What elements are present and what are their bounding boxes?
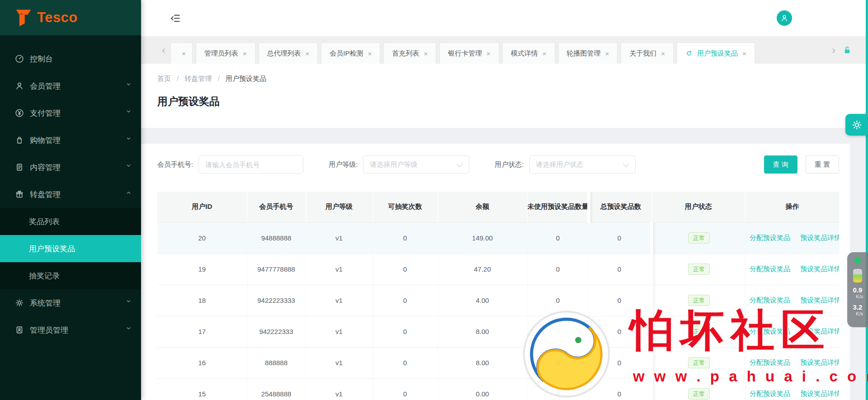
page-title: 用户预设奖品 bbox=[157, 94, 868, 108]
tab[interactable]: 关于我们 × bbox=[621, 43, 673, 64]
status-badge: 正常 bbox=[688, 232, 710, 244]
cell-actions: 分配预设奖品 预设奖品详情 bbox=[745, 347, 840, 378]
cell-actions: 分配预设奖品 预设奖品详情 bbox=[745, 222, 840, 254]
collapse-sidebar-icon[interactable] bbox=[170, 13, 181, 24]
network-monitor-widget[interactable]: 0.9 ↑ K/s 3.2 ↓ K/s bbox=[847, 252, 868, 327]
phone-input[interactable] bbox=[198, 155, 303, 174]
shop-icon bbox=[14, 135, 25, 146]
tab-label: 模式详情 bbox=[511, 49, 538, 58]
tab[interactable]: × bbox=[171, 43, 192, 64]
tabs-scroll-left-icon[interactable]: ‹ bbox=[162, 45, 165, 56]
close-icon[interactable]: × bbox=[542, 50, 547, 57]
close-icon[interactable]: × bbox=[661, 50, 665, 57]
status-badge: 正常 bbox=[688, 357, 710, 368]
tab[interactable]: 首充列表 × bbox=[384, 43, 436, 64]
cell-total: 0 bbox=[589, 316, 651, 347]
prize-detail-link[interactable]: 预设奖品详情 bbox=[800, 390, 839, 397]
cell-actions: 分配预设奖品 预设奖品详情 bbox=[745, 316, 840, 347]
sidebar-item[interactable]: 奖品列表 bbox=[0, 208, 141, 235]
tab-label: 银行卡管理 bbox=[448, 49, 482, 58]
user-status-select[interactable]: 请选择用户状态 bbox=[529, 155, 636, 174]
close-icon[interactable]: × bbox=[368, 50, 372, 57]
user-level-select[interactable]: 请选择用户等级 bbox=[363, 155, 469, 174]
settings-fab[interactable] bbox=[845, 114, 868, 136]
admin-icon bbox=[14, 325, 25, 335]
table-header-cell: 可抽奖次数 bbox=[373, 192, 438, 222]
prize-detail-link[interactable]: 预设奖品详情 bbox=[800, 234, 839, 241]
tab-label: 轮播图管理 bbox=[567, 49, 601, 58]
sidebar-item[interactable]: 系统管理 bbox=[0, 289, 141, 316]
status-badge: 正常 bbox=[688, 264, 710, 275]
brand-logo[interactable]: Tesco bbox=[0, 0, 141, 35]
sidebar-item[interactable]: 抽奖记录 bbox=[0, 262, 141, 289]
cell-total: 0 bbox=[589, 347, 651, 378]
cell-actions: 分配预设奖品 预设奖品详情 bbox=[745, 285, 840, 316]
chevron-icon bbox=[125, 298, 132, 305]
prize-detail-link[interactable]: 预设奖品详情 bbox=[800, 296, 839, 304]
cell-balance: 0.00 bbox=[438, 378, 527, 400]
sidebar-item[interactable]: 用户预设奖品 bbox=[0, 235, 141, 262]
assign-prize-link[interactable]: 分配预设奖品 bbox=[750, 265, 790, 273]
breadcrumb-home[interactable]: 首页 bbox=[157, 75, 171, 82]
prize-detail-link[interactable]: 预设奖品详情 bbox=[800, 358, 839, 366]
assign-prize-link[interactable]: 分配预设奖品 bbox=[750, 234, 790, 241]
tab[interactable]: 模式详情 × bbox=[503, 43, 555, 64]
assign-prize-link[interactable]: 分配预设奖品 bbox=[750, 296, 790, 304]
breadcrumb-current: 用户预设奖品 bbox=[226, 75, 266, 82]
tab[interactable]: 管理员列表 × bbox=[196, 43, 255, 64]
close-icon[interactable]: × bbox=[306, 50, 310, 57]
chevron-down-icon bbox=[623, 161, 629, 167]
tab[interactable]: 银行卡管理 × bbox=[440, 43, 499, 64]
cell-user-id: 19 bbox=[157, 254, 247, 285]
wheel-icon bbox=[14, 189, 25, 200]
close-icon[interactable]: × bbox=[742, 50, 746, 57]
tab[interactable]: 用户预设奖品 × bbox=[677, 43, 755, 64]
level-filter-label: 用户等级: bbox=[329, 160, 358, 169]
tab-label: 管理员列表 bbox=[204, 49, 238, 58]
cell-phone: 9477778888 bbox=[247, 254, 306, 285]
table-header-cell: 操作 bbox=[745, 192, 840, 222]
tab[interactable]: 轮播图管理 × bbox=[559, 43, 618, 64]
cell-total: 0 bbox=[589, 285, 651, 316]
cell-level: v1 bbox=[306, 347, 373, 378]
sidebar-item[interactable]: 购物管理 bbox=[0, 127, 141, 154]
reset-button[interactable]: 重 置 bbox=[806, 155, 839, 174]
brand-name: Tesco bbox=[37, 9, 78, 26]
assign-prize-link[interactable]: 分配预设奖品 bbox=[750, 390, 790, 397]
close-icon[interactable]: × bbox=[486, 50, 491, 57]
prize-detail-link[interactable]: 预设奖品详情 bbox=[800, 265, 839, 273]
status-filter-label: 用户状态: bbox=[495, 160, 524, 169]
sidebar-item-label: 购物管理 bbox=[30, 135, 61, 146]
lock-icon[interactable] bbox=[842, 45, 853, 56]
tab[interactable]: 会员IP检测 × bbox=[321, 43, 380, 64]
close-icon[interactable]: × bbox=[243, 50, 247, 57]
main-area: ‹ × 管理员列表 × bbox=[141, 0, 868, 400]
search-button[interactable]: 查 询 bbox=[764, 155, 797, 174]
close-icon[interactable]: × bbox=[605, 50, 609, 57]
avatar[interactable] bbox=[777, 10, 792, 26]
cell-unused: 0 bbox=[527, 285, 589, 316]
chevron-down-icon bbox=[457, 161, 462, 167]
sidebar-item[interactable]: 会员管理 bbox=[0, 72, 141, 99]
sidebar-item[interactable]: 控制台 bbox=[0, 45, 141, 72]
sidebar-item[interactable]: 管理员管理 bbox=[0, 316, 141, 344]
breadcrumb-section[interactable]: 转盘管理 bbox=[185, 75, 212, 82]
sidebar-item[interactable]: 转盘管理 bbox=[0, 181, 141, 208]
sidebar-item[interactable]: 支付管理 bbox=[0, 99, 141, 127]
prize-detail-link[interactable]: 预设奖品详情 bbox=[800, 327, 839, 335]
sidebar-item[interactable]: 内容管理 bbox=[0, 154, 141, 181]
assign-prize-link[interactable]: 分配预设奖品 bbox=[750, 327, 790, 335]
assign-prize-link[interactable]: 分配预设奖品 bbox=[750, 358, 790, 366]
tab[interactable]: 总代理列表 × bbox=[259, 43, 318, 64]
table-wrapper: 用户ID 会员手机号 用户等级 可抽奖次数 余额 未使用预设奖品数量 bbox=[157, 192, 839, 400]
close-icon[interactable]: × bbox=[424, 50, 428, 57]
cell-phone: 942222333 bbox=[247, 316, 306, 347]
cell-phone: 888888 bbox=[247, 347, 306, 378]
cell-unused: 0 bbox=[527, 222, 589, 254]
filter-buttons: 查 询 重 置 bbox=[764, 155, 839, 174]
cell-draws: 0 bbox=[373, 254, 438, 285]
cell-actions: 分配预设奖品 预设奖品详情 bbox=[745, 254, 840, 285]
tabs-scroll-right-icon[interactable]: › bbox=[832, 45, 835, 56]
close-icon[interactable]: × bbox=[182, 50, 186, 57]
refresh-icon[interactable] bbox=[685, 50, 693, 57]
